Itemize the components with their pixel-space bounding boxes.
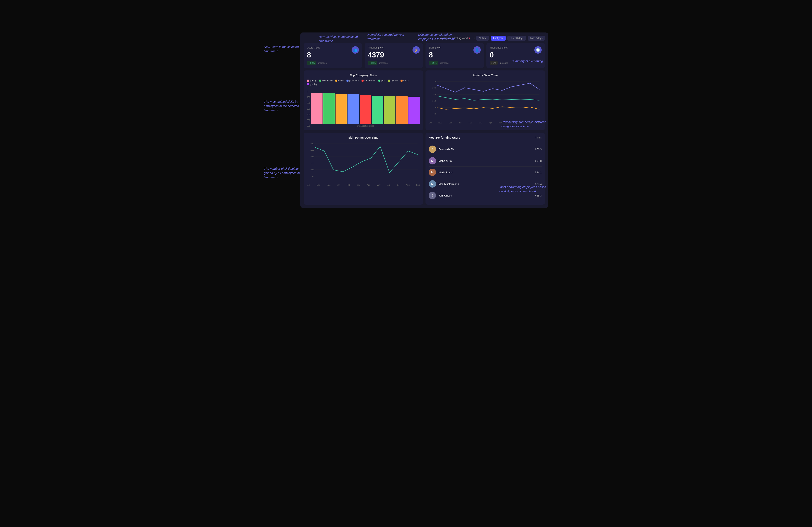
avatar: F xyxy=(429,146,436,153)
activity-x-labels: OctNovDecJanFebMarAprMayJunJulAugSep xyxy=(429,121,542,124)
metric-value-activities: 4379 xyxy=(368,51,420,59)
heart-icon: ❤ xyxy=(468,37,470,40)
bars-container xyxy=(311,88,420,124)
legend-item-kubernetes: kubernetes xyxy=(362,79,375,82)
x-label: Feb xyxy=(468,121,472,124)
leaderboard-row[interactable]: J Jan Jansen 458.3 xyxy=(429,190,542,201)
legend-item-clickhouse: clickhouse xyxy=(319,79,333,82)
user-name: Jan Jansen xyxy=(438,194,535,197)
x-label: Nov xyxy=(317,184,320,186)
leaderboard-row[interactable]: F Fulano de Tal 656.3 xyxy=(429,144,542,155)
bar-java xyxy=(372,96,383,124)
bottom-row: Skill Points Over Time 38034430827223620… xyxy=(304,133,545,205)
bar-python xyxy=(384,96,395,124)
activities-icon: ⚡ xyxy=(412,46,420,54)
bar-golang xyxy=(311,93,322,124)
user-points: 561.8 xyxy=(535,159,542,162)
metric-badge-skills: ↑ 89% xyxy=(429,61,438,65)
svg-text:40: 40 xyxy=(433,113,436,115)
users-icon: 👥 xyxy=(351,46,359,54)
leaderboard-rows: F Fulano de Tal 656.3 M Monsieur X 561.8… xyxy=(429,144,542,201)
bar-y-labels: 6005004003002001000 xyxy=(307,90,310,127)
svg-text:184: 184 xyxy=(432,87,436,89)
bar-x-label: Organization Skills xyxy=(311,125,420,127)
team-feeling-text: Your team is feeling loved ❤ xyxy=(440,37,470,40)
skill-points-chart-title: Skill Points Over Time xyxy=(307,136,420,139)
bar-javascript xyxy=(348,94,359,124)
metric-value-milestones: 0 xyxy=(490,51,542,59)
info-icon: ℹ xyxy=(474,37,475,40)
x-label: Jan xyxy=(337,184,340,186)
x-label: Dec xyxy=(449,121,452,124)
x-label: Mar xyxy=(479,121,482,124)
metric-title-activities: Activities (new) xyxy=(368,46,420,49)
x-label: Sep xyxy=(416,184,420,186)
annotation-skill-points: The number of skill points gained by all… xyxy=(264,166,304,179)
leaderboard-row[interactable]: M Monsieur X 561.8 xyxy=(429,155,542,167)
legend-item-golang: golang xyxy=(307,79,316,82)
y-label: 600 xyxy=(307,125,310,127)
metric-card-users: Users (new) 8 ↑ 89% increase 👥 xyxy=(304,43,362,68)
page-wrapper: New users in the selected time frame New… xyxy=(264,32,548,208)
legend-item-kafka: kafka xyxy=(335,79,344,82)
bar-kafka xyxy=(335,94,347,124)
metric-badge-text-milestones: increase xyxy=(500,62,508,64)
legend-item-graphql: graphql xyxy=(307,83,317,86)
metric-card-skills: Skills (new) 8 ↑ 89% increase 👤 xyxy=(425,43,484,68)
svg-text:308: 308 xyxy=(310,156,314,158)
metric-badge-text-activities: increase xyxy=(379,62,388,64)
milestones-icon: 🕐 xyxy=(534,46,542,54)
leaderboard-points-label: Points xyxy=(535,136,542,139)
y-label: 200 xyxy=(307,102,310,104)
avatar: J xyxy=(429,192,436,199)
svg-text:200: 200 xyxy=(310,175,314,177)
leaderboard-row[interactable]: M Max Mustermann 535.4 xyxy=(429,178,542,190)
x-label: Aug xyxy=(406,184,410,186)
leaderboard-card: Most Performing Users Points F Fulano de… xyxy=(425,133,545,205)
skill-points-x-labels: OctNovDecJanFebMarAprMayJunJulAugSep xyxy=(307,184,420,186)
charts-row-1: Top Company Skills golangclickhousekafka… xyxy=(304,71,545,130)
user-points: 656.3 xyxy=(535,148,542,151)
bar-nestjs xyxy=(396,96,408,124)
x-label: Dec xyxy=(327,184,331,186)
legend-item-java: java xyxy=(378,79,385,82)
user-name: Max Mustermann xyxy=(438,182,535,186)
x-label: Sep xyxy=(538,121,542,124)
metric-badge-activities: ↑ 88% xyxy=(368,61,377,65)
avatar: M xyxy=(429,157,436,164)
x-label: Oct xyxy=(429,121,432,124)
x-label: Jul xyxy=(397,184,400,186)
time-btn-last-year[interactable]: Last year xyxy=(491,36,506,41)
y-label: 100 xyxy=(307,96,310,99)
time-btn-30days[interactable]: Last 30 days xyxy=(507,36,526,41)
top-skills-chart-title: Top Company Skills xyxy=(307,74,420,77)
legend-item-javascript: javascript xyxy=(347,79,359,82)
user-points: 458.3 xyxy=(535,194,542,197)
y-label: 500 xyxy=(307,119,310,121)
skills-icon: 👤 xyxy=(474,46,481,54)
svg-text:272: 272 xyxy=(310,162,314,164)
x-label: May xyxy=(377,184,380,186)
metric-cards: Users (new) 8 ↑ 89% increase 👥 Activitie… xyxy=(304,43,545,68)
time-btn-7days[interactable]: Last 7 days xyxy=(528,36,545,41)
x-label: Aug xyxy=(528,121,532,124)
avatar: M xyxy=(429,180,436,188)
time-btn-all[interactable]: All time xyxy=(476,36,489,41)
avatar: M xyxy=(429,169,436,176)
skill-points-chart-card: Skill Points Over Time 38034430827223620… xyxy=(304,133,423,205)
header: Your team is feeling loved ❤ ℹ All time … xyxy=(304,36,545,41)
dashboard: Your team is feeling loved ❤ ℹ All time … xyxy=(300,32,548,208)
annotation-new-users: New users in the selected time frame xyxy=(264,45,300,53)
svg-text:148: 148 xyxy=(432,93,436,95)
x-label: Jul xyxy=(519,121,521,124)
legend-item-python: python xyxy=(388,79,398,82)
user-name: Fulano de Tal xyxy=(438,148,535,151)
leaderboard-row[interactable]: M Maria Rossi 544.1 xyxy=(429,167,542,178)
activity-chart-svg: 2201841481127640 xyxy=(429,79,542,120)
metric-value-users: 8 xyxy=(307,51,359,59)
user-name: Monsieur X xyxy=(438,159,535,162)
x-label: Nov xyxy=(438,121,442,124)
metric-badge-text-skills: increase xyxy=(440,62,449,64)
bar-legend: golangclickhousekafkajavascriptkubernete… xyxy=(307,79,420,86)
metric-card-activities: Activities (new) 4379 ↑ 88% increase ⚡ xyxy=(365,43,423,68)
